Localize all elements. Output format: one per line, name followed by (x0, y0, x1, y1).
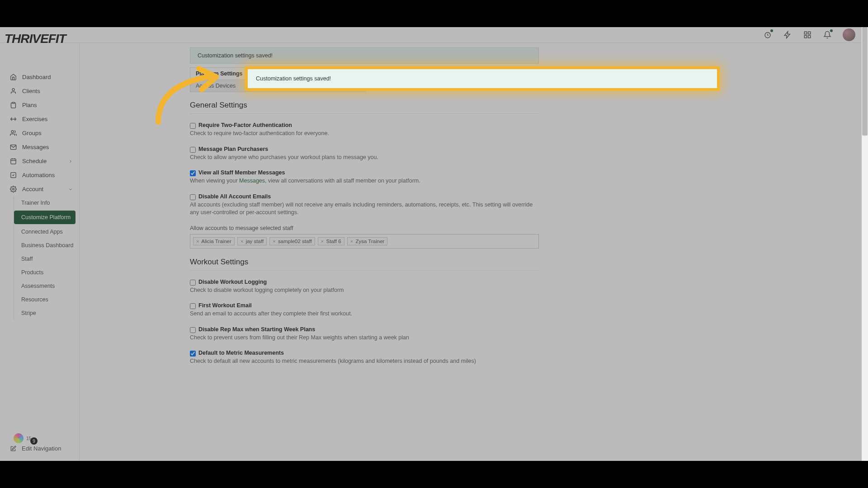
setting-desc: All accounts (excluding staff member) wi… (190, 201, 539, 217)
sidebar-item-messages[interactable]: Messages (0, 140, 79, 154)
remove-tag-icon[interactable]: × (350, 239, 354, 244)
bell-dot (830, 29, 833, 32)
sidebar-item-automations[interactable]: Automations (0, 168, 79, 182)
sidebar-sub-business-dashboard[interactable]: Business Dashboard (14, 239, 79, 252)
remove-tag-icon[interactable]: × (241, 239, 244, 244)
sidebar-item-clients[interactable]: Clients (0, 84, 79, 98)
checkbox[interactable] (190, 280, 196, 286)
divider (190, 270, 539, 271)
sidebar-item-dashboard[interactable]: Dashboard (0, 70, 79, 84)
staff-tag[interactable]: × Zysa Trainer (347, 237, 388, 245)
setting-desc: Check to default all new accounts to met… (190, 357, 539, 366)
divider (190, 113, 539, 114)
setting-label: Disable Rep Max when Starting Week Plans (198, 326, 315, 333)
mail-icon (10, 144, 17, 150)
checkbox[interactable] (190, 194, 196, 200)
checkbox[interactable] (190, 327, 196, 333)
sidebar-sub-stripe[interactable]: Stripe (14, 306, 79, 320)
setting-label: Message Plan Purchasers (198, 146, 268, 152)
sidebar-item-account[interactable]: Account (0, 182, 79, 196)
home-icon (10, 74, 17, 80)
badge-orb-icon (14, 433, 24, 443)
setting-label: Require Two-Factor Authentication (198, 122, 292, 128)
edit-nav-label: Edit Navigation (22, 445, 61, 452)
setting-desc: Check to require two-factor authenticati… (190, 130, 539, 138)
groups-icon (10, 130, 17, 136)
setting-label: Default to Metric Measurements (198, 350, 284, 356)
remove-tag-icon[interactable]: × (273, 239, 276, 244)
svg-rect-2 (808, 32, 811, 34)
setting-label: First Workout Email (198, 302, 252, 309)
sidebar-item-label: Messages (22, 144, 49, 150)
sidebar: DashboardClientsPlansExercisesGroupsMess… (0, 43, 80, 461)
sidebar-sub-staff[interactable]: Staff (14, 252, 79, 266)
sidebar-sub-resources[interactable]: Resources (14, 293, 79, 306)
alert-success: Customization settings saved! (190, 47, 539, 64)
sidebar-sub-trainer-info[interactable]: Trainer Info (14, 196, 79, 210)
messages-link[interactable]: Messages (239, 178, 265, 184)
sidebar-item-plans[interactable]: Plans (0, 98, 79, 112)
svg-rect-3 (804, 36, 807, 38)
sidebar-sub-assessments[interactable]: Assessments (14, 279, 79, 293)
sidebar-item-exercises[interactable]: Exercises (0, 112, 79, 126)
setting-desc: Send an email to accounts after they com… (190, 310, 539, 318)
setting-desc: Check to allow anyone who purchases your… (190, 154, 539, 162)
setting-require-two-factor-authentication: Require Two-Factor AuthenticationCheck t… (190, 122, 539, 138)
section-general-title: General Settings (190, 101, 539, 110)
remove-tag-icon[interactable]: × (196, 239, 199, 244)
checkbox[interactable] (190, 147, 196, 153)
checkbox[interactable] (190, 123, 196, 129)
letterbox-bottom (0, 461, 868, 488)
setting-label: View all Staff Member Messages (198, 169, 285, 176)
highlighted-alert: Customization settings saved! (245, 66, 720, 91)
scrollbar-thumb[interactable] (862, 27, 868, 136)
sidebar-item-schedule[interactable]: Schedule (0, 154, 79, 168)
sidebar-sub-connected-apps[interactable]: Connected Apps (14, 225, 79, 239)
checkbox[interactable] (190, 351, 196, 357)
grid-icon[interactable] (803, 30, 812, 39)
lightning-icon[interactable] (783, 30, 792, 39)
badge-count: 9 (30, 437, 38, 445)
checkbox[interactable] (190, 303, 196, 309)
logo-thin: FIT (48, 32, 66, 46)
setting-disable-workout-logging: Disable Workout LoggingCheck to disable … (190, 279, 539, 295)
setting-default-to-metric-measurements: Default to Metric MeasurementsCheck to d… (190, 350, 539, 366)
clipboard-icon (10, 102, 17, 108)
setting-desc: Check to disable workout logging complet… (190, 286, 539, 295)
avatar[interactable] (843, 28, 855, 41)
check-icon (10, 172, 17, 178)
setting-desc: When viewing your Messages, view all con… (190, 177, 539, 185)
sidebar-item-label: Clients (22, 88, 40, 94)
letterbox-top (0, 0, 868, 27)
sidebar-item-label: Dashboard (22, 74, 51, 80)
staff-tag[interactable]: × Staff 6 (318, 237, 344, 245)
setting-desc: Check to prevent users from filling out … (190, 334, 539, 342)
setting-view-all-staff-member-messages: View all Staff Member MessagesWhen viewi… (190, 169, 539, 185)
setting-label: Disable Workout Logging (198, 279, 267, 285)
sidebar-sub-customize-platform[interactable]: Customize Platform (14, 211, 75, 224)
setting-message-plan-purchasers: Message Plan PurchasersCheck to allow an… (190, 146, 539, 162)
timer-dot (770, 29, 773, 32)
checkbox[interactable] (190, 170, 196, 176)
svg-point-11 (13, 188, 14, 190)
edit-navigation[interactable]: Edit Navigation (0, 441, 79, 455)
edit-icon (10, 446, 16, 452)
floating-badge[interactable]: 15 9 (14, 432, 38, 445)
account-submenu: Trainer InfoCustomize PlatformConnected … (14, 196, 79, 320)
svg-rect-9 (11, 159, 16, 164)
remove-tag-icon[interactable]: × (321, 239, 324, 244)
timer-icon[interactable] (763, 30, 772, 39)
staff-tag[interactable]: × jay staff (237, 237, 267, 245)
staff-tag[interactable]: × Alicia Trainer (193, 237, 235, 245)
staff-tag[interactable]: × sample02 staff (269, 237, 315, 245)
sidebar-sub-products[interactable]: Products (14, 266, 79, 279)
sidebar-item-label: Groups (22, 130, 42, 136)
setting-label: Disable All Account Emails (198, 193, 271, 200)
bell-icon[interactable] (823, 30, 832, 39)
dumbbell-icon (10, 116, 17, 122)
svg-rect-6 (12, 102, 14, 103)
sidebar-item-groups[interactable]: Groups (0, 126, 79, 140)
sidebar-item-label: Plans (22, 102, 37, 108)
scrollbar[interactable] (862, 27, 868, 461)
staff-tag-input[interactable]: × Alicia Trainer× jay staff× sample02 st… (190, 234, 539, 249)
